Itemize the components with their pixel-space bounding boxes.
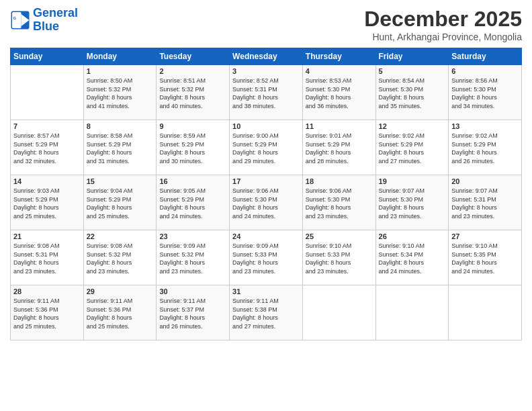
day-number: 22 bbox=[87, 232, 154, 240]
cell-content: Sunrise: 9:11 AMSunset: 5:37 PMDaylight:… bbox=[159, 297, 226, 330]
weekday-header-friday: Friday bbox=[375, 48, 449, 65]
logo-icon: G bbox=[10, 10, 30, 30]
day-number: 12 bbox=[379, 122, 446, 130]
calendar-cell: 4Sunrise: 8:53 AMSunset: 5:30 PMDaylight… bbox=[302, 65, 375, 120]
day-number: 14 bbox=[13, 177, 81, 185]
calendar-cell: 28Sunrise: 9:11 AMSunset: 5:36 PMDayligh… bbox=[11, 285, 84, 340]
day-number: 23 bbox=[159, 232, 226, 240]
day-number: 3 bbox=[232, 67, 300, 75]
calendar-cell bbox=[11, 65, 84, 120]
logo-line2: Blue bbox=[33, 19, 59, 33]
cell-content: Sunrise: 9:00 AMSunset: 5:29 PMDaylight:… bbox=[232, 132, 300, 165]
cell-content: Sunrise: 8:59 AMSunset: 5:29 PMDaylight:… bbox=[159, 132, 226, 165]
cell-content: Sunrise: 8:56 AMSunset: 5:30 PMDaylight:… bbox=[451, 77, 519, 110]
cell-content: Sunrise: 9:06 AMSunset: 5:30 PMDaylight:… bbox=[232, 187, 300, 220]
day-number: 4 bbox=[306, 67, 373, 75]
cell-content: Sunrise: 9:11 AMSunset: 5:38 PMDaylight:… bbox=[232, 297, 300, 330]
calendar-cell: 15Sunrise: 9:04 AMSunset: 5:29 PMDayligh… bbox=[83, 175, 157, 230]
title-area: December 2025 Hunt, Arkhangai Province, … bbox=[364, 7, 522, 42]
cell-content: Sunrise: 8:52 AMSunset: 5:31 PMDaylight:… bbox=[232, 77, 300, 110]
calendar-cell: 26Sunrise: 9:10 AMSunset: 5:34 PMDayligh… bbox=[375, 230, 449, 285]
calendar-cell bbox=[375, 285, 449, 340]
calendar-cell: 24Sunrise: 9:09 AMSunset: 5:33 PMDayligh… bbox=[230, 230, 303, 285]
day-number: 31 bbox=[232, 287, 300, 295]
day-number: 5 bbox=[379, 67, 446, 75]
calendar-cell: 14Sunrise: 9:03 AMSunset: 5:29 PMDayligh… bbox=[11, 175, 84, 230]
cell-content: Sunrise: 9:06 AMSunset: 5:30 PMDaylight:… bbox=[306, 187, 373, 220]
weekday-header-row: SundayMondayTuesdayWednesdayThursdayFrid… bbox=[11, 48, 522, 65]
weekday-header-sunday: Sunday bbox=[11, 48, 84, 65]
weekday-header-tuesday: Tuesday bbox=[157, 48, 230, 65]
calendar-cell: 10Sunrise: 9:00 AMSunset: 5:29 PMDayligh… bbox=[230, 120, 303, 175]
day-number: 25 bbox=[306, 232, 373, 240]
calendar-cell: 5Sunrise: 8:54 AMSunset: 5:30 PMDaylight… bbox=[375, 65, 449, 120]
day-number: 7 bbox=[13, 122, 81, 130]
logo-line1: General bbox=[33, 6, 78, 19]
calendar-cell: 30Sunrise: 9:11 AMSunset: 5:37 PMDayligh… bbox=[157, 285, 230, 340]
calendar-cell: 21Sunrise: 9:08 AMSunset: 5:31 PMDayligh… bbox=[11, 230, 84, 285]
day-number: 15 bbox=[87, 177, 154, 185]
cell-content: Sunrise: 9:09 AMSunset: 5:33 PMDaylight:… bbox=[232, 242, 300, 275]
calendar-cell: 1Sunrise: 8:50 AMSunset: 5:32 PMDaylight… bbox=[83, 65, 157, 120]
calendar-cell: 27Sunrise: 9:10 AMSunset: 5:35 PMDayligh… bbox=[449, 230, 522, 285]
day-number: 8 bbox=[87, 122, 154, 130]
calendar-cell: 20Sunrise: 9:07 AMSunset: 5:31 PMDayligh… bbox=[449, 175, 522, 230]
cell-content: Sunrise: 9:09 AMSunset: 5:32 PMDaylight:… bbox=[159, 242, 226, 275]
day-number: 17 bbox=[232, 177, 300, 185]
cell-content: Sunrise: 9:03 AMSunset: 5:29 PMDaylight:… bbox=[13, 187, 81, 220]
week-row-3: 14Sunrise: 9:03 AMSunset: 5:29 PMDayligh… bbox=[11, 175, 522, 230]
day-number: 24 bbox=[232, 232, 300, 240]
calendar-cell: 29Sunrise: 9:11 AMSunset: 5:36 PMDayligh… bbox=[83, 285, 157, 340]
calendar-cell bbox=[302, 285, 375, 340]
calendar-cell: 11Sunrise: 9:01 AMSunset: 5:29 PMDayligh… bbox=[302, 120, 375, 175]
calendar-cell: 9Sunrise: 8:59 AMSunset: 5:29 PMDaylight… bbox=[157, 120, 230, 175]
day-number: 20 bbox=[451, 177, 519, 185]
cell-content: Sunrise: 9:02 AMSunset: 5:29 PMDaylight:… bbox=[379, 132, 446, 165]
day-number: 2 bbox=[159, 67, 226, 75]
cell-content: Sunrise: 8:57 AMSunset: 5:29 PMDaylight:… bbox=[13, 132, 81, 165]
day-number: 29 bbox=[87, 287, 154, 295]
cell-content: Sunrise: 8:53 AMSunset: 5:30 PMDaylight:… bbox=[306, 77, 373, 110]
logo-text: General Blue bbox=[33, 7, 78, 34]
day-number: 28 bbox=[13, 287, 81, 295]
calendar-cell: 8Sunrise: 8:58 AMSunset: 5:29 PMDaylight… bbox=[83, 120, 157, 175]
day-number: 6 bbox=[451, 67, 519, 75]
weekday-header-monday: Monday bbox=[83, 48, 157, 65]
weekday-header-thursday: Thursday bbox=[302, 48, 375, 65]
cell-content: Sunrise: 8:51 AMSunset: 5:32 PMDaylight:… bbox=[159, 77, 226, 110]
weekday-header-saturday: Saturday bbox=[449, 48, 522, 65]
weekday-header-wednesday: Wednesday bbox=[230, 48, 303, 65]
day-number: 16 bbox=[159, 177, 226, 185]
day-number: 30 bbox=[159, 287, 226, 295]
week-row-4: 21Sunrise: 9:08 AMSunset: 5:31 PMDayligh… bbox=[11, 230, 522, 285]
calendar-cell: 19Sunrise: 9:07 AMSunset: 5:30 PMDayligh… bbox=[375, 175, 449, 230]
svg-rect-2 bbox=[12, 12, 21, 28]
week-row-2: 7Sunrise: 8:57 AMSunset: 5:29 PMDaylight… bbox=[11, 120, 522, 175]
cell-content: Sunrise: 9:11 AMSunset: 5:36 PMDaylight:… bbox=[87, 297, 154, 330]
calendar-cell: 2Sunrise: 8:51 AMSunset: 5:32 PMDaylight… bbox=[157, 65, 230, 120]
cell-content: Sunrise: 9:08 AMSunset: 5:31 PMDaylight:… bbox=[13, 242, 81, 275]
cell-content: Sunrise: 9:08 AMSunset: 5:32 PMDaylight:… bbox=[87, 242, 154, 275]
day-number: 19 bbox=[379, 177, 446, 185]
svg-text:G: G bbox=[13, 15, 17, 19]
calendar-cell: 31Sunrise: 9:11 AMSunset: 5:38 PMDayligh… bbox=[230, 285, 303, 340]
calendar-cell: 25Sunrise: 9:10 AMSunset: 5:33 PMDayligh… bbox=[302, 230, 375, 285]
cell-content: Sunrise: 8:50 AMSunset: 5:32 PMDaylight:… bbox=[87, 77, 154, 110]
cell-content: Sunrise: 8:54 AMSunset: 5:30 PMDaylight:… bbox=[379, 77, 446, 110]
calendar-cell: 22Sunrise: 9:08 AMSunset: 5:32 PMDayligh… bbox=[83, 230, 157, 285]
cell-content: Sunrise: 9:10 AMSunset: 5:35 PMDaylight:… bbox=[451, 242, 519, 275]
calendar-cell bbox=[449, 285, 522, 340]
calendar-cell: 3Sunrise: 8:52 AMSunset: 5:31 PMDaylight… bbox=[230, 65, 303, 120]
week-row-5: 28Sunrise: 9:11 AMSunset: 5:36 PMDayligh… bbox=[11, 285, 522, 340]
header: G General Blue December 2025 Hunt, Arkha… bbox=[10, 7, 522, 42]
calendar-cell: 17Sunrise: 9:06 AMSunset: 5:30 PMDayligh… bbox=[230, 175, 303, 230]
cell-content: Sunrise: 9:07 AMSunset: 5:30 PMDaylight:… bbox=[379, 187, 446, 220]
cell-content: Sunrise: 9:10 AMSunset: 5:33 PMDaylight:… bbox=[306, 242, 373, 275]
day-number: 27 bbox=[451, 232, 519, 240]
cell-content: Sunrise: 9:02 AMSunset: 5:29 PMDaylight:… bbox=[451, 132, 519, 165]
cell-content: Sunrise: 9:10 AMSunset: 5:34 PMDaylight:… bbox=[379, 242, 446, 275]
day-number: 10 bbox=[232, 122, 300, 130]
cell-content: Sunrise: 9:04 AMSunset: 5:29 PMDaylight:… bbox=[87, 187, 154, 220]
cell-content: Sunrise: 9:07 AMSunset: 5:31 PMDaylight:… bbox=[451, 187, 519, 220]
cell-content: Sunrise: 9:05 AMSunset: 5:29 PMDaylight:… bbox=[159, 187, 226, 220]
